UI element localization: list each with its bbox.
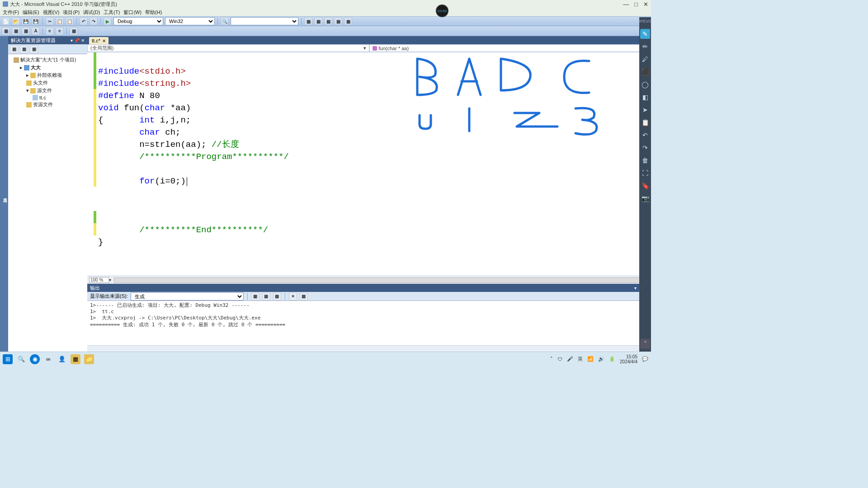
task-icon-2[interactable]: ∞	[43, 354, 53, 364]
tool-btn-5[interactable]: ▦	[344, 17, 352, 25]
copy-button[interactable]: 📋	[56, 17, 64, 25]
highlight-tool-button[interactable]: ⬛	[640, 67, 650, 77]
output-tool-4[interactable]: ▦	[300, 292, 308, 300]
sec-btn-1[interactable]: ▦	[2, 27, 10, 35]
tray-battery-icon[interactable]: 🔋	[609, 356, 615, 362]
redo-ann-button[interactable]: ↷	[640, 143, 650, 153]
sources-node[interactable]: 源文件	[37, 87, 52, 94]
undo-ann-button[interactable]: ↶	[640, 130, 650, 140]
open-button[interactable]: 📂	[12, 17, 20, 25]
new-project-button[interactable]: 📄	[2, 17, 10, 25]
maximize-button[interactable]: □	[634, 1, 638, 8]
tab-close-icon[interactable]: ✕	[102, 38, 106, 43]
tray-clock[interactable]: 15:05 2024/4/4	[620, 354, 637, 364]
output-text[interactable]: 1>------ 已启动生成: 项目: 大大, 配置: Debug Win32 …	[87, 301, 651, 345]
camera-button[interactable]: 📷	[640, 193, 650, 203]
save-all-button[interactable]: 💾	[32, 17, 40, 25]
timer-badge[interactable]: 03:59	[436, 5, 448, 17]
tray-wifi-icon[interactable]: 📶	[587, 356, 594, 362]
sidebar-tool-2[interactable]: ▦	[20, 45, 28, 53]
project-node[interactable]: 大大	[31, 64, 41, 71]
sec-btn-7[interactable]: ▦	[70, 27, 78, 35]
marker-tool-button[interactable]: 🖊	[640, 54, 650, 64]
output-tool-1[interactable]: ▦	[251, 292, 259, 300]
find-button[interactable]: 🔍	[221, 17, 229, 25]
pointer-tool-button[interactable]: ➤	[640, 105, 650, 115]
draw-tool-button[interactable]: ✎	[640, 29, 650, 39]
sec-btn-6[interactable]: ≡	[56, 27, 64, 35]
eraser-tool-button[interactable]: ◧	[640, 92, 650, 102]
close-button[interactable]: ✕	[643, 1, 648, 8]
zoom-select[interactable]: 100 %	[89, 277, 109, 283]
redo-button[interactable]: ↷	[90, 17, 98, 25]
fullscreen-button[interactable]: ⛶	[640, 168, 650, 178]
editor-tab[interactable]: tt.c* ✕	[89, 37, 108, 44]
code-editor[interactable]: #include<stdio.h> #include<string.h> #de…	[87, 52, 651, 276]
menu-project[interactable]: 项目(P)	[63, 9, 80, 16]
shape-tool-button[interactable]: ◯	[640, 80, 650, 89]
scope-class-select[interactable]: (全局范围)▾	[87, 44, 369, 52]
undo-button[interactable]: ↶	[80, 17, 88, 25]
tray-ime[interactable]: 英	[578, 356, 583, 362]
outline-margin[interactable]	[87, 52, 94, 276]
tray-security-icon[interactable]: 🛡	[557, 357, 562, 362]
sidebar-tool-3[interactable]: ▦	[30, 45, 38, 53]
trash-button[interactable]: 🗑	[640, 155, 650, 165]
output-clear-button[interactable]: ✕	[289, 292, 297, 300]
platform-select[interactable]: Win32	[165, 17, 215, 25]
menu-help[interactable]: 帮助(H)	[145, 9, 162, 16]
source-file-node[interactable]: tt.c	[39, 95, 46, 100]
menu-window[interactable]: 窗口(W)	[123, 9, 142, 16]
file-explorer-icon[interactable]: 📁	[84, 354, 94, 364]
solution-tree[interactable]: 解决方案"大大"(1 个项目) ▸大大 ▸外部依赖项 头文件 ▾源文件 tt.c…	[8, 54, 87, 352]
start-debug-button[interactable]: ▶	[104, 17, 112, 25]
menu-debug[interactable]: 调试(D)	[83, 9, 100, 16]
resources-node[interactable]: 资源文件	[33, 101, 53, 108]
menu-file[interactable]: 文件(F)	[3, 9, 19, 16]
tray-volume-icon[interactable]: 🔊	[598, 356, 604, 362]
menu-view[interactable]: 视图(V)	[43, 9, 60, 16]
sec-btn-5[interactable]: ≡	[46, 27, 54, 35]
bookmark-button[interactable]: 🔖	[640, 181, 650, 191]
output-tool-3[interactable]: ▦	[273, 292, 281, 300]
minimize-button[interactable]: —	[623, 1, 629, 8]
tool-btn-2[interactable]: ▦	[314, 17, 322, 25]
tray-chevron-icon[interactable]: ˄	[550, 356, 553, 362]
solution-node[interactable]: 解决方案"大大"(1 个项目)	[20, 56, 76, 63]
config-select[interactable]: Debug	[113, 17, 163, 25]
clipboard-tool-button[interactable]: 📋	[640, 117, 650, 127]
ext-deps-node[interactable]: 外部依赖项	[37, 72, 62, 79]
task-icon-3[interactable]: 👤	[57, 354, 67, 364]
sec-btn-2[interactable]: ▦	[12, 27, 20, 35]
sidebar-close-icon[interactable]: ✕	[81, 38, 85, 43]
pen-tool-button[interactable]: ✏	[640, 42, 650, 52]
output-hscrollbar[interactable]	[87, 345, 651, 352]
tool-btn-1[interactable]: ▦	[304, 17, 312, 25]
search-button[interactable]: 🔍	[16, 354, 26, 364]
sidebar-tool-1[interactable]: ▦	[10, 45, 18, 53]
tool-btn-4[interactable]: ▦	[334, 17, 342, 25]
sidebar-pin-icon[interactable]: 📌	[74, 38, 80, 43]
output-source-select[interactable]: 生成	[131, 292, 244, 300]
output-tool-2[interactable]: ▦	[262, 292, 270, 300]
collapse-panel-button[interactable]: ˄	[640, 339, 650, 349]
menu-tools[interactable]: 工具(T)	[104, 9, 120, 16]
tray-notifications-icon[interactable]: 💬	[642, 356, 648, 362]
tray-mic-icon[interactable]: 🎤	[567, 356, 573, 362]
task-icon-1[interactable]: ◉	[30, 354, 40, 364]
left-rail[interactable]: 工具箱	[0, 36, 8, 352]
paste-button[interactable]: 📋	[66, 17, 74, 25]
headers-node[interactable]: 头文件	[33, 80, 48, 86]
menu-edit[interactable]: 编辑(E)	[23, 9, 39, 16]
task-icon-4[interactable]: ▦	[71, 354, 80, 364]
sidebar-dropdown-icon[interactable]: ▾	[71, 38, 73, 43]
save-button[interactable]: 💾	[22, 17, 30, 25]
output-dropdown-icon[interactable]: ▾	[634, 286, 637, 291]
scope-method-select[interactable]: fun(char * aa)▾	[369, 44, 651, 52]
zoom-dropdown-icon[interactable]: ▾	[109, 277, 111, 282]
start-button[interactable]: ⊞	[3, 354, 13, 364]
sec-btn-4[interactable]: A	[32, 27, 40, 35]
tool-btn-3[interactable]: ▦	[324, 17, 332, 25]
editor-hscrollbar[interactable]	[114, 277, 649, 283]
cut-button[interactable]: ✂	[46, 17, 54, 25]
